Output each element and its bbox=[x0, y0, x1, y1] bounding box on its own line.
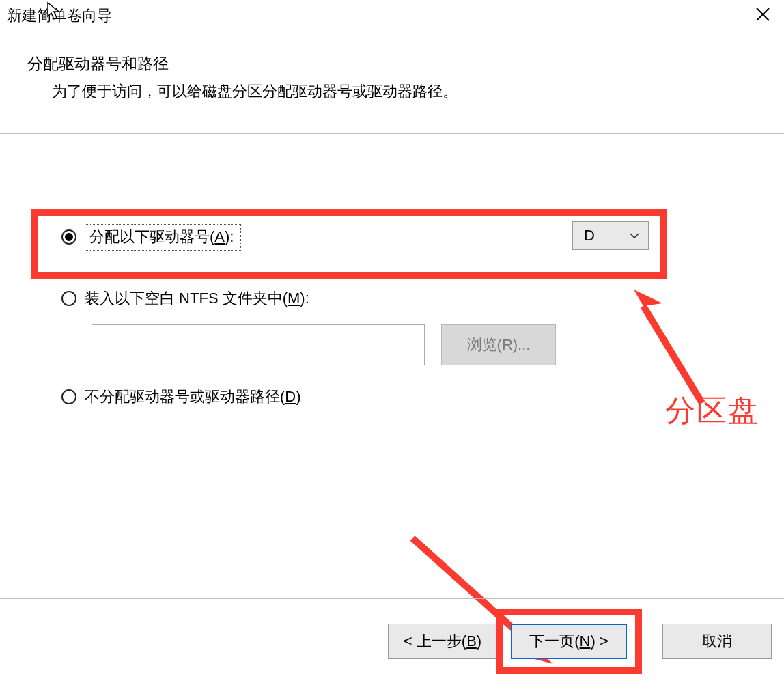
wizard-header: 分配驱动器号和路径 为了便于访问，可以给磁盘分区分配驱动器号或驱动器路径。 bbox=[0, 31, 784, 133]
radio-mount-folder[interactable] bbox=[61, 291, 76, 306]
drive-letter-select[interactable]: D bbox=[572, 221, 649, 250]
mount-folder-path-input bbox=[92, 324, 425, 365]
browse-button: 浏览(R)... bbox=[441, 324, 556, 365]
close-icon bbox=[755, 7, 770, 22]
chevron-down-icon bbox=[629, 230, 640, 241]
annotation-highlight-next: 下一页(N) > bbox=[496, 609, 642, 674]
annotation-text: 分区盘 bbox=[665, 391, 759, 431]
back-button[interactable]: < 上一步(B) bbox=[388, 624, 497, 659]
option-no-assign-row: 不分配驱动器号或驱动器路径(D) bbox=[31, 383, 753, 410]
wizard-content: 分配以下驱动器号(A): D 装入以下空白 NTFS 文件夹中(M): 浏览(R… bbox=[0, 134, 784, 585]
page-heading: 分配驱动器号和路径 bbox=[27, 53, 757, 74]
radio-no-assign[interactable] bbox=[61, 389, 76, 404]
titlebar: 新建简单卷向导 bbox=[0, 0, 784, 31]
option-mount-folder-label[interactable]: 装入以下空白 NTFS 文件夹中(M): bbox=[85, 288, 309, 309]
option-assign-letter-row: 分配以下驱动器号(A): D bbox=[31, 209, 753, 266]
cancel-button[interactable]: 取消 bbox=[662, 624, 772, 659]
close-button[interactable] bbox=[751, 6, 774, 25]
window-title: 新建简单卷向导 bbox=[7, 5, 112, 26]
mount-folder-path-row: 浏览(R)... bbox=[31, 324, 753, 365]
radio-assign-letter[interactable] bbox=[61, 229, 76, 245]
window-title-text: 新建简单卷向导 bbox=[7, 7, 112, 24]
option-mount-folder-row: 装入以下空白 NTFS 文件夹中(M): bbox=[31, 285, 753, 312]
wizard-footer: < 上一步(B) 下一页(N) > 取消 bbox=[0, 598, 784, 683]
next-button[interactable]: 下一页(N) > bbox=[511, 624, 627, 659]
option-no-assign-label[interactable]: 不分配驱动器号或驱动器路径(D) bbox=[85, 387, 301, 407]
page-subheading: 为了便于访问，可以给磁盘分区分配驱动器号或驱动器路径。 bbox=[27, 81, 757, 102]
option-assign-letter-label[interactable]: 分配以下驱动器号(A): bbox=[85, 224, 241, 251]
drive-letter-value: D bbox=[584, 227, 595, 245]
